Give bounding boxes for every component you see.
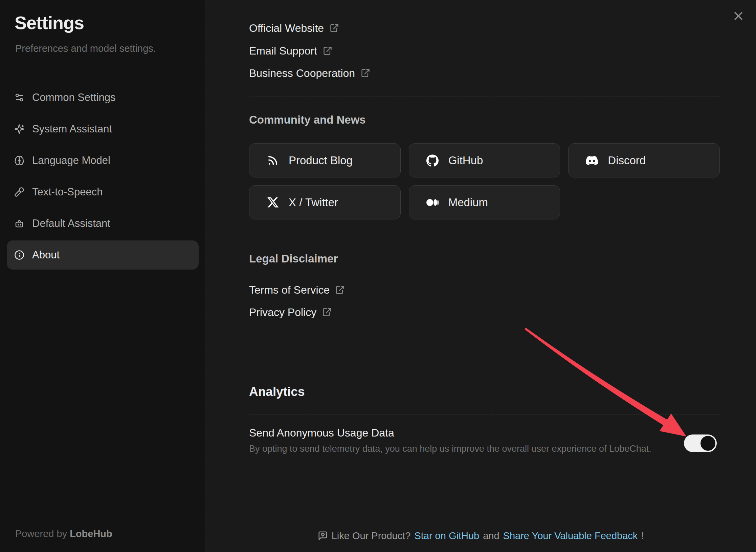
sidebar-item-text-to-speech[interactable]: Text-to-Speech bbox=[7, 177, 199, 207]
section-divider bbox=[249, 97, 720, 97]
community-title: Community and News bbox=[249, 113, 366, 126]
powered-by-text: Powered by bbox=[15, 528, 67, 539]
external-link-icon bbox=[330, 23, 339, 33]
star-on-github-link[interactable]: Star on GitHub bbox=[414, 530, 479, 542]
sidebar-item-label: Language Model bbox=[32, 154, 110, 167]
external-link-icon bbox=[323, 46, 332, 56]
sidebar-item-system-assistant[interactable]: System Assistant bbox=[7, 114, 199, 144]
medium-icon bbox=[426, 196, 439, 209]
usage-data-description: By opting to send telemetry data, you ca… bbox=[249, 444, 651, 454]
sparkles-icon bbox=[14, 124, 24, 134]
footer-conjunction: and bbox=[483, 530, 499, 542]
sidebar-item-default-assistant[interactable]: Default Assistant bbox=[7, 209, 199, 238]
page-title: Settings bbox=[15, 12, 84, 33]
external-link-icon bbox=[322, 307, 332, 317]
github-icon bbox=[426, 154, 439, 167]
sidebar-item-label: Common Settings bbox=[32, 91, 115, 104]
usage-data-toggle[interactable] bbox=[684, 434, 717, 452]
message-square-heart-icon bbox=[318, 531, 328, 541]
powered-by: Powered byLobeHub bbox=[15, 528, 112, 539]
info-icon bbox=[14, 250, 24, 260]
legal-title: Legal Disclaimer bbox=[249, 252, 338, 265]
contact-us-title: Contact Us bbox=[249, 0, 308, 3]
discord-button[interactable]: Discord bbox=[568, 143, 720, 177]
footer-prefix: Like Our Product? bbox=[332, 530, 411, 542]
external-link-icon bbox=[335, 285, 345, 295]
footer-suffix: ! bbox=[641, 530, 644, 542]
email-support-link[interactable]: Email Support bbox=[249, 44, 332, 58]
sidebar: Settings Preferences and model settings.… bbox=[0, 0, 205, 552]
official-website-link[interactable]: Official Website bbox=[249, 21, 339, 35]
section-divider bbox=[249, 414, 720, 415]
mic-icon bbox=[14, 187, 24, 197]
product-blog-button[interactable]: Product Blog bbox=[249, 143, 401, 177]
community-buttons: Product Blog GitHub Discord X / Twitter bbox=[249, 143, 720, 219]
close-icon bbox=[733, 11, 743, 21]
sidebar-item-label: System Assistant bbox=[32, 123, 112, 135]
section-divider bbox=[249, 236, 720, 236]
analytics-title: Analytics bbox=[249, 385, 305, 399]
usage-data-label: Send Anonymous Usage Data bbox=[249, 427, 394, 439]
sidebar-nav: Common Settings System Assistant Languag… bbox=[7, 83, 199, 272]
feedback-footer: Like Our Product? Star on GitHub and Sha… bbox=[206, 528, 756, 543]
share-feedback-link[interactable]: Share Your Valuable Feedback bbox=[503, 530, 638, 542]
sidebar-item-about[interactable]: About bbox=[7, 240, 199, 270]
settings-window: Settings Preferences and model settings.… bbox=[0, 0, 756, 552]
terms-of-service-link[interactable]: Terms of Service bbox=[249, 283, 345, 297]
brain-icon bbox=[14, 155, 24, 166]
sliders-icon bbox=[14, 92, 24, 103]
sidebar-item-label: About bbox=[32, 249, 60, 261]
close-button[interactable] bbox=[729, 6, 748, 25]
privacy-policy-link[interactable]: Privacy Policy bbox=[249, 305, 332, 319]
brand-logo[interactable]: LobeHub bbox=[70, 528, 112, 539]
sidebar-item-common-settings[interactable]: Common Settings bbox=[7, 83, 199, 112]
external-link-icon bbox=[361, 68, 370, 78]
x-twitter-icon bbox=[266, 196, 279, 209]
page-subtitle: Preferences and model settings. bbox=[15, 43, 156, 54]
sidebar-item-label: Default Assistant bbox=[32, 217, 110, 230]
medium-button[interactable]: Medium bbox=[409, 185, 560, 219]
github-button[interactable]: GitHub bbox=[409, 143, 560, 177]
business-cooperation-link[interactable]: Business Cooperation bbox=[249, 66, 370, 80]
rss-icon bbox=[266, 154, 279, 167]
sidebar-item-language-model[interactable]: Language Model bbox=[7, 146, 199, 175]
bot-icon bbox=[14, 218, 24, 229]
sidebar-item-label: Text-to-Speech bbox=[32, 186, 103, 198]
toggle-knob bbox=[701, 436, 715, 451]
x-twitter-button[interactable]: X / Twitter bbox=[249, 185, 401, 219]
about-panel: Contact Us Official Website Email Suppor… bbox=[206, 0, 756, 552]
discord-icon bbox=[585, 154, 598, 167]
